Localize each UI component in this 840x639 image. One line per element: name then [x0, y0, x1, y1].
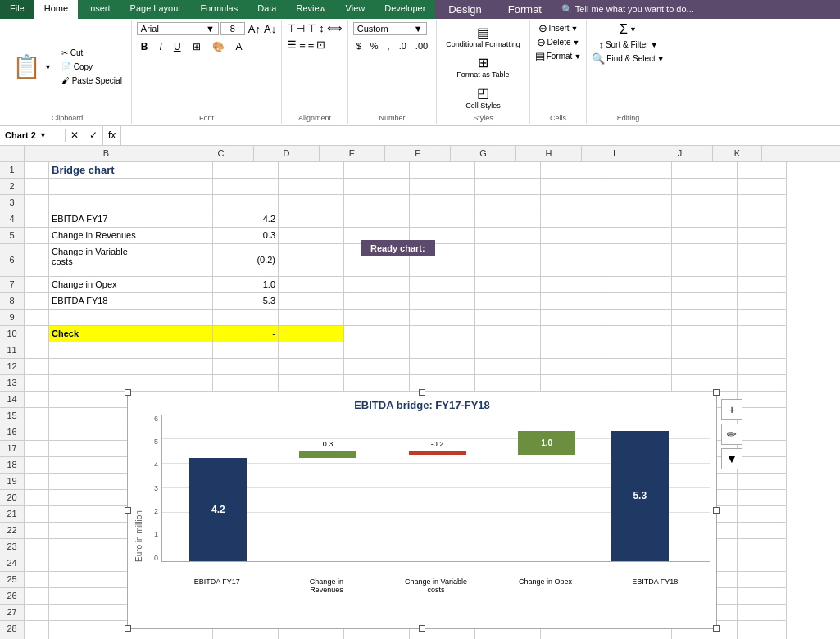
cell-9I[interactable]	[606, 310, 672, 326]
cell-3K[interactable]	[738, 195, 787, 211]
cell-12H[interactable]	[541, 359, 606, 375]
cell-22A[interactable]	[25, 523, 49, 539]
cell-12F[interactable]	[410, 359, 475, 375]
cell-5I[interactable]	[606, 228, 672, 244]
cell-24K[interactable]	[738, 555, 787, 572]
comma-button[interactable]: ,	[384, 39, 393, 52]
cell-10B[interactable]: Check	[49, 326, 213, 342]
currency-button[interactable]: $	[353, 39, 365, 52]
resize-handle-ml[interactable]	[125, 507, 131, 514]
cell-2K[interactable]	[738, 179, 787, 195]
cell-13I[interactable]	[606, 375, 672, 392]
cell-12B[interactable]	[49, 359, 213, 375]
row-number-11[interactable]: 11	[0, 342, 24, 359]
row-number-2[interactable]: 2	[0, 179, 24, 195]
merge-button[interactable]: ⊡	[316, 39, 325, 51]
cell-6K[interactable]	[738, 244, 787, 277]
cell-27K[interactable]	[738, 605, 787, 621]
cell-11C[interactable]	[213, 342, 279, 359]
format-as-table-button[interactable]: ⊞ Format as Table	[452, 52, 513, 81]
cell-6J[interactable]	[672, 244, 738, 277]
row-number-28[interactable]: 28	[0, 621, 24, 637]
bold-button[interactable]: B	[137, 39, 152, 54]
font-name-dropdown[interactable]: Arial▼	[137, 22, 219, 35]
confirm-button-formula[interactable]: ✓	[84, 126, 103, 145]
cell-20A[interactable]	[25, 490, 49, 506]
cell-19A[interactable]	[25, 474, 49, 490]
cell-13H[interactable]	[541, 375, 606, 392]
resize-handle-tl[interactable]	[125, 389, 131, 396]
italic-button[interactable]: I	[156, 39, 166, 54]
cell-18A[interactable]	[25, 457, 49, 474]
cell-3B[interactable]	[49, 195, 213, 211]
font-size-box[interactable]: 8	[220, 22, 245, 35]
cell-2J[interactable]	[672, 179, 738, 195]
cell-8G[interactable]	[475, 293, 541, 310]
cell-4J[interactable]	[672, 211, 738, 228]
row-number-5[interactable]: 5	[0, 228, 24, 244]
fill-color-button[interactable]: 🎨	[208, 39, 229, 54]
col-header-G[interactable]: G	[451, 146, 516, 161]
formula-input[interactable]	[121, 129, 840, 142]
tab-review[interactable]: Review	[286, 0, 335, 19]
cell-4H[interactable]	[541, 211, 606, 228]
row-number-17[interactable]: 17	[0, 441, 24, 457]
row-number-12[interactable]: 12	[0, 359, 24, 375]
cell-11E[interactable]	[344, 342, 410, 359]
font-color-button[interactable]: A	[232, 39, 247, 54]
tab-formulas[interactable]: Formulas	[190, 0, 247, 19]
cell-5J[interactable]	[672, 228, 738, 244]
cell-9H[interactable]	[541, 310, 606, 326]
underline-button[interactable]: U	[170, 39, 185, 54]
cell-9C[interactable]	[213, 310, 279, 326]
align-top-left-button[interactable]: ⊤⊣	[287, 22, 305, 34]
align-left-button[interactable]: ☰	[287, 39, 297, 51]
resize-handle-tc[interactable]	[419, 389, 425, 396]
cell-1B[interactable]: Bridge chart	[49, 162, 213, 179]
row-number-19[interactable]: 19	[0, 474, 24, 490]
cell-26K[interactable]	[738, 588, 787, 605]
cell-13G[interactable]	[475, 375, 541, 392]
cell-12C[interactable]	[213, 359, 279, 375]
cell-5A[interactable]	[25, 228, 49, 244]
cell-27A[interactable]	[25, 605, 49, 621]
cell-16A[interactable]	[25, 424, 49, 441]
cell-7I[interactable]	[606, 277, 672, 293]
cell-6H[interactable]	[541, 244, 606, 277]
cell-9G[interactable]	[475, 310, 541, 326]
cell-10C[interactable]: -	[213, 326, 279, 342]
cell-5D[interactable]	[279, 228, 344, 244]
cell-1D[interactable]	[279, 162, 344, 179]
cell-4K[interactable]	[738, 211, 787, 228]
cell-7B[interactable]: Change in Opex	[49, 277, 213, 293]
cell-10G[interactable]	[475, 326, 541, 342]
cell-8H[interactable]	[541, 293, 606, 310]
cell-19K[interactable]	[738, 474, 787, 490]
row-number-24[interactable]: 24	[0, 555, 24, 572]
cell-10A[interactable]	[25, 326, 49, 342]
align-top-center-button[interactable]: ⊤	[307, 22, 316, 34]
cell-6I[interactable]	[606, 244, 672, 277]
resize-handle-bc[interactable]	[419, 625, 425, 632]
chart-styles-button[interactable]: ✏	[721, 424, 742, 445]
increase-font-button[interactable]: A↑	[248, 23, 261, 35]
tab-file[interactable]: File	[0, 0, 34, 19]
cell-8K[interactable]	[738, 293, 787, 310]
cell-9K[interactable]	[738, 310, 787, 326]
cell-21K[interactable]	[738, 506, 787, 523]
chart-elements-button[interactable]: +	[721, 399, 742, 420]
cell-9E[interactable]	[344, 310, 410, 326]
row-number-18[interactable]: 18	[0, 457, 24, 474]
cell-12K[interactable]	[738, 359, 787, 375]
cell-11G[interactable]	[475, 342, 541, 359]
cell-24A[interactable]	[25, 555, 49, 572]
cell-5H[interactable]	[541, 228, 606, 244]
delete-button[interactable]: ⊖ Delete ▼	[537, 36, 580, 48]
row-number-8[interactable]: 8	[0, 293, 24, 310]
cell-9J[interactable]	[672, 310, 738, 326]
cell-6G[interactable]	[475, 244, 541, 277]
autosum-button[interactable]: Σ ▼	[620, 22, 637, 37]
decrease-decimal-button[interactable]: .00	[412, 39, 431, 52]
col-header-C[interactable]: C	[188, 146, 254, 161]
cell-13D[interactable]	[279, 375, 344, 392]
